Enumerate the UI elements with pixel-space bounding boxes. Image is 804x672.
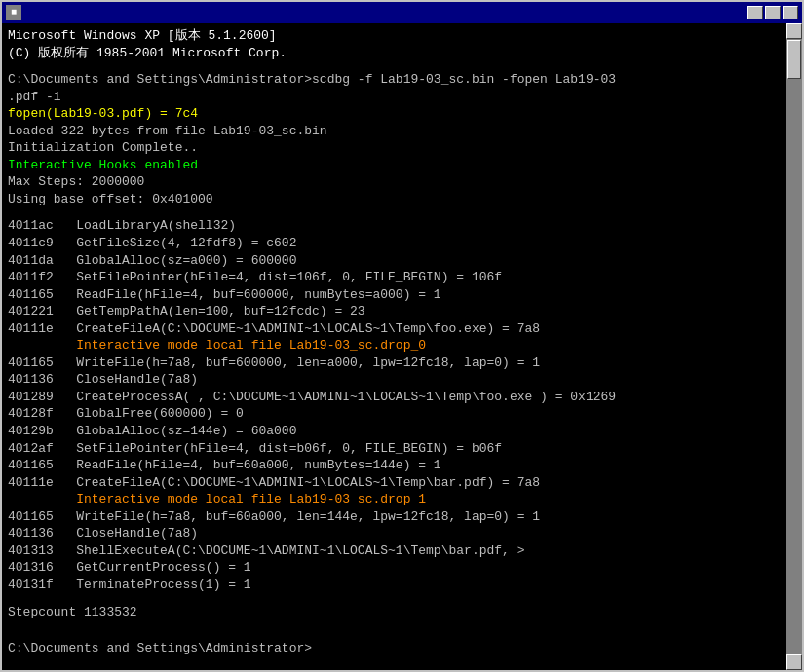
console-line: 401165 WriteFile(h=7a8, buf=600000, len=…: [8, 355, 779, 372]
console-line: Interactive Hooks enabled: [8, 157, 779, 174]
console-line: Initialization Complete..: [8, 139, 779, 157]
console-line: 4011c9 GetFileSize(4, 12fdf8) = c602: [8, 235, 779, 252]
console-line: [8, 620, 779, 630]
console-line: Loaded 322 bytes from file Lab19-03_sc.b…: [8, 123, 779, 140]
console-line: 4012af SetFilePointer(hFile=4, dist=b06f…: [8, 440, 779, 458]
console-line: 401165 ReadFile(hFile=4, buf=60a000, num…: [8, 457, 779, 474]
title-bar: ■: [2, 2, 802, 23]
minimize-button[interactable]: [747, 6, 763, 19]
console-area[interactable]: Microsoft Windows XP [版本 5.1.2600](C) 版权…: [2, 23, 802, 670]
console-line: (C) 版权所有 1985-2001 Microsoft Corp.: [8, 45, 779, 62]
console-line: Stepcount 1133532: [8, 604, 779, 621]
console-line: 4011f2 SetFilePointer(hFile=4, dist=106f…: [8, 269, 779, 286]
scrollbar-thumb[interactable]: [787, 40, 801, 79]
maximize-button[interactable]: [765, 6, 781, 19]
console-line: Microsoft Windows XP [版本 5.1.2600]: [8, 27, 779, 45]
console-line: 40111e CreateFileA(C:\DOCUME~1\ADMINI~1\…: [8, 474, 779, 492]
scrollbar[interactable]: ▲ ▼: [786, 23, 802, 670]
console-line: [8, 630, 779, 640]
console-content: Microsoft Windows XP [版本 5.1.2600](C) 版权…: [8, 27, 796, 666]
console-line: 40129b GlobalAlloc(sz=144e) = 60a000: [8, 423, 779, 440]
console-line: Interactive mode local file Lab19-03_sc.…: [8, 491, 779, 508]
console-line: C:\Documents and Settings\Administrator>: [8, 640, 779, 657]
console-line: 40111e CreateFileA(C:\DOCUME~1\ADMINI~1\…: [8, 320, 779, 338]
scroll-up-button[interactable]: ▲: [786, 23, 802, 39]
console-line: 4011ac LoadLibraryA(shell32): [8, 217, 779, 235]
console-line: 401165 WriteFile(h=7a8, buf=60a000, len=…: [8, 508, 779, 526]
console-line: 401136 CloseHandle(7a8): [8, 525, 779, 542]
console-line: 401289 CreateProcessA( , C:\DOCUME~1\ADM…: [8, 389, 779, 406]
title-buttons: [747, 6, 798, 19]
console-line: 401221 GetTempPathA(len=100, buf=12fcdc)…: [8, 303, 779, 320]
console-line: C:\Documents and Settings\Administrator>…: [8, 71, 779, 89]
console-line: [8, 61, 779, 71]
scrollbar-track[interactable]: [786, 39, 802, 654]
console-line: 401313 ShellExecuteA(C:\DOCUME~1\ADMINI~…: [8, 542, 779, 560]
console-line: Max Steps: 2000000: [8, 173, 779, 191]
console-line: 401136 CloseHandle(7a8): [8, 371, 779, 389]
console-line: [8, 207, 779, 217]
console-line: .pdf -i: [8, 89, 779, 106]
title-bar-left: ■: [6, 5, 25, 20]
console-line: Using base offset: 0x401000: [8, 191, 779, 208]
console-line: 40128f GlobalFree(600000) = 0: [8, 405, 779, 423]
console-line: 40131f TerminateProcess(1) = 1: [8, 577, 779, 594]
cmd-window: ■ Microsoft Windows XP [版本 5.1.2600](C) …: [0, 0, 804, 672]
scroll-down-button[interactable]: ▼: [786, 654, 802, 670]
close-button[interactable]: [783, 6, 798, 19]
console-line: fopen(Lab19-03.pdf) = 7c4: [8, 105, 779, 123]
console-line: 401165 ReadFile(hFile=4, buf=600000, num…: [8, 286, 779, 304]
console-line: 4011da GlobalAlloc(sz=a000) = 600000: [8, 252, 779, 270]
console-line: 401316 GetCurrentProcess() = 1: [8, 559, 779, 577]
window-icon: ■: [6, 5, 21, 20]
console-line: Interactive mode local file Lab19-03_sc.…: [8, 337, 779, 355]
console-line: [8, 594, 779, 604]
